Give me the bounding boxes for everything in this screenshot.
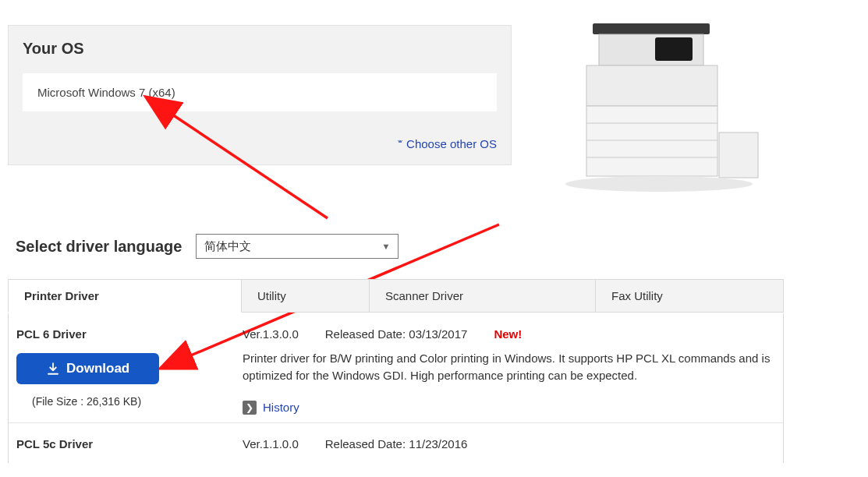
- language-row: Select driver language 简体中文 ▼: [16, 234, 399, 259]
- driver-category-tabs: Printer Driver Utility Scanner Driver Fa…: [8, 279, 784, 313]
- language-selected-value: 简体中文: [204, 239, 251, 254]
- download-icon: [46, 362, 60, 376]
- driver-name: PCL 6 Driver: [16, 327, 235, 341]
- language-label: Select driver language: [16, 238, 182, 256]
- svg-rect-0: [593, 23, 710, 34]
- tab-scanner-driver[interactable]: Scanner Driver: [370, 280, 596, 313]
- tab-printer-driver[interactable]: Printer Driver: [8, 280, 242, 313]
- chevron-double-down-icon: ˅˅: [397, 140, 400, 150]
- driver-version: Ver.1.3.0.0: [243, 327, 299, 341]
- printer-image: [538, 0, 772, 203]
- driver-row: PCL 5c Driver Ver.1.1.0.0 Released Date:…: [9, 423, 783, 463]
- driver-row: PCL 6 Driver Download (File Size : 26,31…: [9, 313, 783, 423]
- history-label: History: [263, 401, 299, 414]
- svg-point-9: [565, 176, 753, 192]
- file-size: (File Size : 26,316 KB): [32, 395, 235, 408]
- history-link[interactable]: ❯ History: [243, 401, 299, 415]
- new-badge: New!: [494, 327, 522, 341]
- driver-version: Ver.1.1.0.0: [243, 437, 299, 450]
- driver-name: PCL 5c Driver: [16, 437, 235, 450]
- driver-release-date: Released Date: 03/13/2017: [325, 327, 468, 341]
- chevron-right-icon: ❯: [243, 401, 257, 415]
- svg-rect-4: [586, 106, 717, 176]
- language-select[interactable]: 简体中文 ▼: [196, 234, 399, 259]
- choose-other-os-link[interactable]: ˅˅ Choose other OS: [397, 137, 497, 150]
- svg-rect-8: [719, 132, 758, 178]
- svg-rect-2: [655, 37, 693, 61]
- download-label: Download: [66, 361, 129, 376]
- driver-description: Printer driver for B/W printing and Colo…: [243, 350, 775, 384]
- driver-release-date: Released Date: 11/23/2016: [325, 437, 468, 450]
- driver-list: PCL 6 Driver Download (File Size : 26,31…: [8, 313, 784, 463]
- choose-other-os-label: Choose other OS: [406, 137, 497, 150]
- svg-rect-3: [586, 65, 717, 106]
- os-value: Microsoft Windows 7 (x64): [23, 73, 497, 111]
- tab-fax-utility[interactable]: Fax Utility: [596, 280, 784, 313]
- os-panel: Your OS Microsoft Windows 7 (x64) ˅˅ Cho…: [8, 25, 512, 165]
- tab-utility[interactable]: Utility: [242, 280, 370, 313]
- download-button[interactable]: Download: [16, 353, 159, 384]
- caret-down-icon: ▼: [382, 242, 391, 251]
- os-title: Your OS: [23, 40, 497, 58]
